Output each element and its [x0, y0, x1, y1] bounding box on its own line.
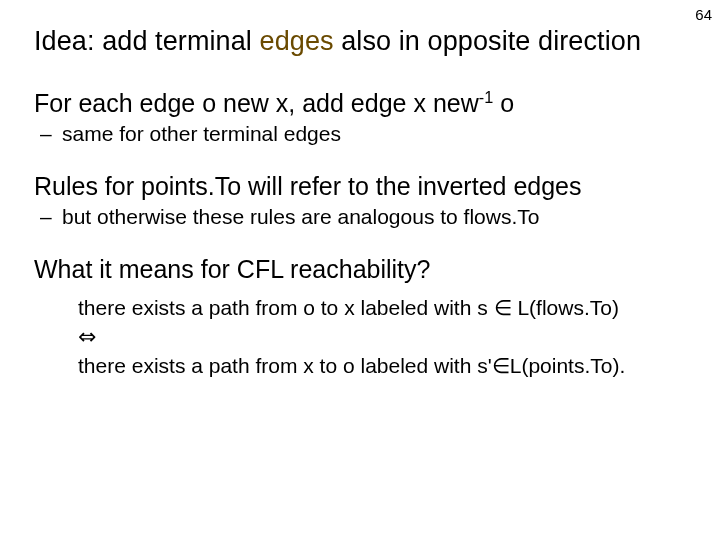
element-of-icon: ∈ [492, 354, 510, 377]
slide-title: Idea: add terminal edges also in opposit… [34, 26, 686, 57]
cfl-line-1: there exists a path from o to x labeled … [78, 294, 686, 322]
point-edge-rule-text-a: For each edge o new x, add edge x new [34, 89, 479, 117]
slide: 64 Idea: add terminal edges also in oppo… [0, 0, 720, 540]
subpoint-other-terminal: same for other terminal edges [62, 122, 686, 146]
cfl-line-1a: there exists a path from o to x labeled … [78, 296, 494, 319]
page-number: 64 [695, 6, 712, 23]
cfl-line-1b: L(flows.To) [512, 296, 619, 319]
point-edge-rule: For each edge o new x, add edge x new-1 … [34, 89, 686, 118]
cfl-line-2b: L(points.To). [510, 354, 626, 377]
point-cfl-question: What it means for CFL reachability? [34, 255, 686, 284]
superscript-inverse: -1 [479, 88, 493, 106]
title-link-word: edges [260, 26, 334, 56]
element-of-icon: ∈ [494, 296, 512, 319]
title-text-pre: Idea: add terminal [34, 26, 260, 56]
iff-icon: ⇔ [78, 322, 686, 352]
point-pointsto: Rules for points.To will refer to the in… [34, 172, 686, 201]
cfl-line-2a: there exists a path from x to o labeled … [78, 354, 492, 377]
cfl-explanation: there exists a path from o to x labeled … [78, 294, 686, 380]
slide-content: Idea: add terminal edges also in opposit… [34, 26, 686, 380]
title-text-post: also in opposite direction [334, 26, 641, 56]
cfl-line-2: there exists a path from x to o labeled … [78, 352, 686, 380]
subpoint-analogous: but otherwise these rules are analogous … [62, 205, 686, 229]
point-edge-rule-text-b: o [493, 89, 514, 117]
